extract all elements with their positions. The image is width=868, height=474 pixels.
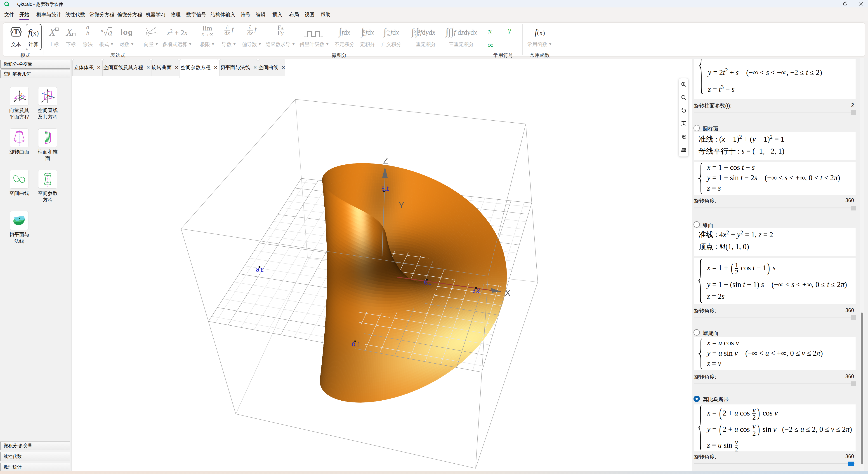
svg-text:c: c [146,26,148,30]
